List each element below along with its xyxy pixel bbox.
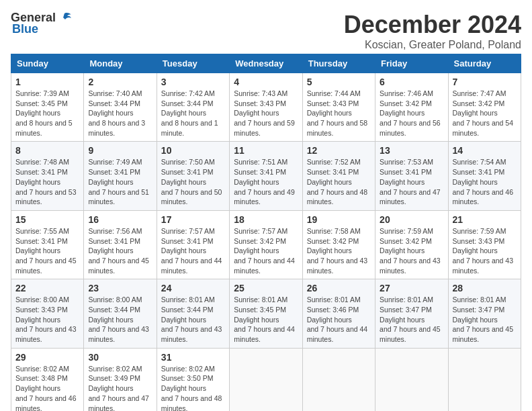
daylight-label: Daylight hours <box>88 246 133 255</box>
daylight-label: Daylight hours <box>234 178 279 186</box>
calendar-cell: 16 Sunrise: 7:56 AM Sunset: 3:41 PM Dayl… <box>84 210 157 279</box>
day-number: 8 <box>15 145 79 156</box>
sunrise-label: Sunrise: 8:01 AM <box>234 295 287 304</box>
day-info: Sunrise: 7:50 AM Sunset: 3:41 PM Dayligh… <box>161 157 225 206</box>
sunrise-label: Sunrise: 7:58 AM <box>307 227 361 235</box>
daylight-label: Daylight hours <box>161 178 206 186</box>
sunrise-label: Sunrise: 8:01 AM <box>161 295 215 304</box>
daylight-label: Daylight hours <box>15 178 60 186</box>
daylight-value: and 7 hours and 43 minutes. <box>453 257 514 275</box>
day-info: Sunrise: 7:59 AM Sunset: 3:43 PM Dayligh… <box>453 226 517 275</box>
day-number: 25 <box>234 283 298 293</box>
calendar-cell: 3 Sunrise: 7:42 AM Sunset: 3:44 PM Dayli… <box>157 73 229 142</box>
daylight-value: and 7 hours and 44 minutes. <box>307 325 368 343</box>
daylight-label: Daylight hours <box>380 246 425 255</box>
calendar-cell <box>230 348 302 411</box>
calendar-cell: 18 Sunrise: 7:57 AM Sunset: 3:42 PM Dayl… <box>230 210 302 279</box>
sunset-label: Sunset: 3:41 PM <box>15 168 68 176</box>
location-subtitle: Koscian, Greater Poland, Poland <box>344 39 521 51</box>
day-info: Sunrise: 8:01 AM Sunset: 3:44 PM Dayligh… <box>161 295 225 344</box>
day-number: 12 <box>307 145 371 156</box>
day-number: 17 <box>161 214 225 225</box>
day-number: 27 <box>380 283 443 293</box>
daylight-value: and 7 hours and 45 minutes. <box>453 325 514 343</box>
day-info: Sunrise: 8:00 AM Sunset: 3:43 PM Dayligh… <box>15 295 79 344</box>
daylight-label: Daylight hours <box>380 178 425 186</box>
day-number: 3 <box>161 77 225 87</box>
day-info: Sunrise: 7:59 AM Sunset: 3:42 PM Dayligh… <box>380 226 443 275</box>
sunrise-label: Sunrise: 7:57 AM <box>161 227 215 235</box>
sunset-label: Sunset: 3:45 PM <box>234 306 286 314</box>
day-number: 1 <box>15 77 79 87</box>
day-info: Sunrise: 7:46 AM Sunset: 3:42 PM Dayligh… <box>380 89 443 138</box>
sunrise-label: Sunrise: 7:49 AM <box>88 158 142 166</box>
day-number: 16 <box>88 214 152 225</box>
daylight-value: and 7 hours and 53 minutes. <box>15 188 77 206</box>
calendar-cell: 9 Sunrise: 7:49 AM Sunset: 3:41 PM Dayli… <box>84 142 157 210</box>
logo: General Blue <box>11 11 73 36</box>
daylight-value: and 7 hours and 54 minutes. <box>453 119 514 137</box>
weekday-header-tuesday: Tuesday <box>157 54 229 73</box>
sunrise-label: Sunrise: 7:47 AM <box>453 89 506 97</box>
month-title: December 2024 <box>344 11 521 39</box>
daylight-value: and 8 hours and 5 minutes. <box>15 119 73 137</box>
calendar-week-row: 8 Sunrise: 7:48 AM Sunset: 3:41 PM Dayli… <box>11 142 521 210</box>
page-header: General Blue December 2024 Koscian, Grea… <box>11 11 521 51</box>
day-number: 18 <box>234 214 298 225</box>
calendar-week-row: 15 Sunrise: 7:55 AM Sunset: 3:41 PM Dayl… <box>11 210 521 279</box>
day-info: Sunrise: 7:56 AM Sunset: 3:41 PM Dayligh… <box>88 226 152 275</box>
daylight-label: Daylight hours <box>234 246 279 255</box>
daylight-label: Daylight hours <box>307 178 352 186</box>
daylight-label: Daylight hours <box>15 316 60 324</box>
daylight-value: and 8 hours and 1 minute. <box>161 119 218 137</box>
daylight-label: Daylight hours <box>161 246 206 255</box>
day-number: 4 <box>234 77 298 87</box>
daylight-value: and 7 hours and 47 minutes. <box>88 394 149 411</box>
day-number: 7 <box>453 77 517 87</box>
daylight-value: and 7 hours and 45 minutes. <box>15 257 77 275</box>
sunset-label: Sunset: 3:41 PM <box>380 168 432 176</box>
daylight-label: Daylight hours <box>15 109 60 117</box>
daylight-label: Daylight hours <box>307 109 352 117</box>
sunrise-label: Sunrise: 7:46 AM <box>380 89 433 97</box>
sunset-label: Sunset: 3:41 PM <box>161 168 214 176</box>
sunset-label: Sunset: 3:46 PM <box>307 306 359 314</box>
sunrise-label: Sunrise: 8:02 AM <box>15 365 69 373</box>
calendar-header-row: SundayMondayTuesdayWednesdayThursdayFrid… <box>11 54 521 73</box>
sunset-label: Sunset: 3:42 PM <box>307 237 359 245</box>
daylight-value: and 7 hours and 49 minutes. <box>234 188 295 206</box>
daylight-value: and 7 hours and 44 minutes. <box>234 257 295 275</box>
day-info: Sunrise: 8:01 AM Sunset: 3:47 PM Dayligh… <box>453 295 517 344</box>
weekday-header-saturday: Saturday <box>448 54 521 73</box>
daylight-value: and 7 hours and 43 minutes. <box>380 257 441 275</box>
day-number: 5 <box>307 77 371 87</box>
sunrise-label: Sunrise: 7:39 AM <box>15 89 69 97</box>
sunset-label: Sunset: 3:41 PM <box>234 168 286 176</box>
calendar-cell: 17 Sunrise: 7:57 AM Sunset: 3:41 PM Dayl… <box>157 210 229 279</box>
sunrise-label: Sunrise: 7:43 AM <box>234 89 287 97</box>
calendar-week-row: 29 Sunrise: 8:02 AM Sunset: 3:48 PM Dayl… <box>11 348 521 411</box>
sunset-label: Sunset: 3:42 PM <box>453 99 505 107</box>
sunset-label: Sunset: 3:45 PM <box>15 99 68 107</box>
title-block: December 2024 Koscian, Greater Poland, P… <box>344 11 521 51</box>
day-number: 2 <box>88 77 152 87</box>
daylight-label: Daylight hours <box>161 109 206 117</box>
weekday-header-wednesday: Wednesday <box>230 54 302 73</box>
day-info: Sunrise: 7:54 AM Sunset: 3:41 PM Dayligh… <box>453 157 517 206</box>
sunrise-label: Sunrise: 7:55 AM <box>15 227 69 235</box>
calendar-cell: 11 Sunrise: 7:51 AM Sunset: 3:41 PM Dayl… <box>230 142 302 210</box>
sunrise-label: Sunrise: 7:52 AM <box>307 158 361 166</box>
day-info: Sunrise: 7:58 AM Sunset: 3:42 PM Dayligh… <box>307 226 371 275</box>
sunset-label: Sunset: 3:42 PM <box>380 99 432 107</box>
calendar-cell: 13 Sunrise: 7:53 AM Sunset: 3:41 PM Dayl… <box>375 142 448 210</box>
calendar-cell: 29 Sunrise: 8:02 AM Sunset: 3:48 PM Dayl… <box>11 348 84 411</box>
sunset-label: Sunset: 3:44 PM <box>161 306 214 314</box>
daylight-value: and 7 hours and 56 minutes. <box>380 119 441 137</box>
calendar-cell: 23 Sunrise: 8:00 AM Sunset: 3:44 PM Dayl… <box>84 279 157 348</box>
day-info: Sunrise: 7:53 AM Sunset: 3:41 PM Dayligh… <box>380 157 443 206</box>
daylight-value: and 7 hours and 51 minutes. <box>88 188 149 206</box>
sunrise-label: Sunrise: 8:00 AM <box>15 295 69 304</box>
sunset-label: Sunset: 3:49 PM <box>88 374 140 382</box>
sunset-label: Sunset: 3:42 PM <box>380 237 432 245</box>
day-number: 6 <box>380 77 443 87</box>
